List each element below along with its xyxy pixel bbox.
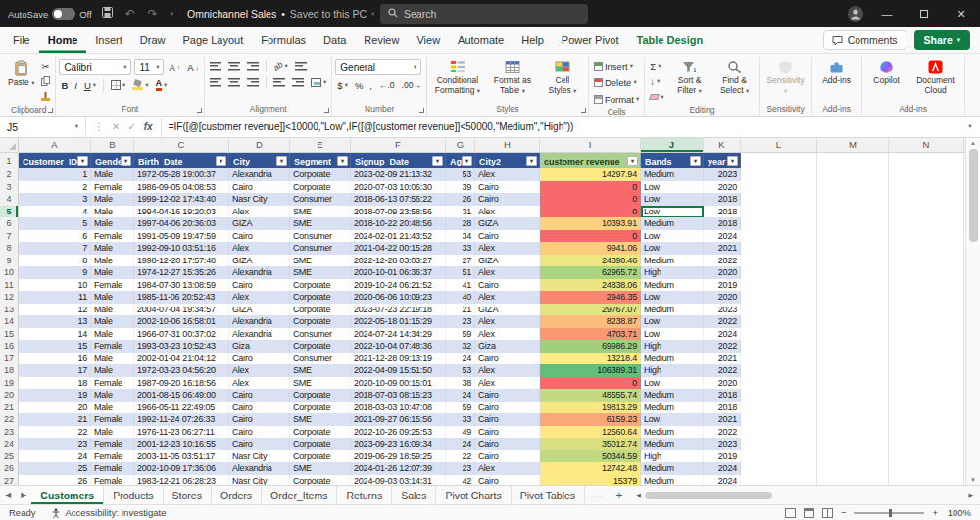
cell[interactable]: Low (641, 193, 704, 207)
revenue-cell[interactable]: 0 (540, 193, 641, 207)
cell[interactable]: 2020 (704, 266, 741, 280)
empty-cell[interactable] (817, 153, 889, 169)
cell[interactable]: Male (91, 266, 134, 280)
font-size-select[interactable]: 11▾ (134, 59, 164, 75)
formula-input[interactable]: =IF([@[customer revenue]]<10000,"Low",IF… (162, 117, 960, 137)
cell[interactable]: High (641, 364, 704, 378)
empty-cell[interactable] (817, 402, 889, 415)
wrap-text-button[interactable] (293, 59, 309, 72)
cell[interactable]: Giza (229, 340, 290, 354)
cell[interactable]: 11 (19, 291, 91, 305)
cell[interactable]: 9 (19, 266, 91, 280)
empty-cell[interactable] (889, 255, 964, 268)
decrease-decimal-button[interactable]: .00→ (400, 78, 423, 92)
autosave-toggle[interactable]: AutoSave Off (8, 8, 92, 20)
column-letter-J[interactable]: J (641, 138, 704, 152)
cell[interactable]: 32 (446, 340, 475, 354)
empty-cell[interactable] (817, 328, 889, 342)
cell[interactable]: Cairo (475, 193, 540, 207)
ribbon-tab-data[interactable]: Data (315, 27, 355, 53)
name-box[interactable]: J5▾ (0, 117, 86, 137)
cell[interactable]: 1992-09-10 03:51:16 (134, 242, 229, 256)
cell[interactable]: 1999-12-02 17:43:40 (134, 193, 229, 207)
cell[interactable]: 2021 (704, 242, 741, 256)
cell[interactable]: 2024-01-26 12:07:39 (351, 462, 446, 476)
sheet-tab-stores[interactable]: Stores (164, 486, 212, 504)
cell[interactable]: Cairo (229, 181, 290, 195)
grow-font-button[interactable]: A↑ (167, 61, 182, 74)
comma-style-button[interactable]: , (368, 78, 374, 92)
empty-cell[interactable] (817, 438, 889, 451)
cell[interactable]: Cairo (229, 413, 290, 427)
bold-button[interactable]: B (59, 78, 70, 92)
revenue-cell[interactable]: 12742.48 (540, 462, 641, 476)
row-number-3[interactable]: 3 (0, 181, 19, 195)
revenue-cell[interactable]: 14297.94 (540, 168, 641, 182)
empty-cell[interactable] (741, 304, 817, 317)
cell[interactable]: Alex (475, 462, 540, 476)
cell[interactable]: Corporate (290, 304, 351, 317)
cell[interactable]: 53 (446, 168, 475, 182)
ribbon-tab-insert[interactable]: Insert (86, 27, 131, 53)
cell[interactable]: Alexandria (229, 328, 290, 342)
revenue-cell[interactable]: 2946.35 (540, 291, 641, 305)
empty-cell[interactable] (889, 413, 964, 427)
dialog-launcher-icon[interactable] (197, 108, 202, 113)
empty-cell[interactable] (741, 279, 817, 293)
cell[interactable]: 2022 (704, 340, 741, 354)
cell[interactable]: Female (91, 450, 134, 464)
shrink-font-button[interactable]: A↓ (185, 61, 201, 74)
cell[interactable]: Alex (475, 364, 540, 378)
table-header-segment[interactable]: Segment▾ (290, 153, 351, 169)
cell[interactable]: Alex (229, 242, 290, 256)
cell[interactable]: 10 (19, 279, 91, 293)
cell[interactable]: 2018 (704, 402, 741, 415)
scroll-up-icon[interactable]: ▲ (970, 140, 976, 146)
empty-cell[interactable] (889, 353, 964, 366)
empty-cell[interactable] (741, 181, 817, 195)
cell[interactable]: 1985-11-06 20:52:43 (134, 291, 229, 305)
cell[interactable]: Alex (229, 291, 290, 305)
select-all-corner[interactable] (0, 138, 19, 152)
cell[interactable]: Male (91, 389, 134, 402)
accessibility-status[interactable]: Accessibility: Investigate (51, 507, 166, 518)
revenue-cell[interactable]: 0 (540, 377, 641, 391)
empty-cell[interactable] (817, 389, 889, 402)
bottom-align-button[interactable] (245, 59, 261, 72)
column-letter-F[interactable]: F (351, 138, 446, 152)
empty-cell[interactable] (889, 402, 964, 415)
cell[interactable]: 20 (19, 402, 91, 415)
cell[interactable]: Corporate (290, 168, 351, 182)
row-number-9[interactable]: 9 (0, 255, 19, 268)
cell[interactable]: 2023 (704, 168, 741, 182)
number-format-select[interactable]: General▾ (335, 59, 421, 75)
cell[interactable]: 59 (446, 328, 475, 342)
filter-icon[interactable]: ▾ (432, 156, 443, 166)
cell[interactable]: 1974-12-27 15:35:26 (134, 266, 229, 280)
normal-view-icon[interactable] (785, 508, 796, 518)
cell[interactable]: Medium (641, 255, 704, 268)
row-number-6[interactable]: 6 (0, 217, 19, 231)
sheet-tab-pivot-tables[interactable]: Pivot Tables (512, 486, 585, 504)
empty-cell[interactable] (817, 315, 889, 329)
percent-style-button[interactable]: % (353, 78, 365, 92)
enter-icon[interactable]: ✓ (127, 121, 135, 132)
sheet-tabs-more-button[interactable]: ⋯ (585, 486, 610, 504)
cell[interactable]: Low (641, 328, 704, 342)
empty-cell[interactable] (741, 438, 817, 451)
revenue-cell[interactable]: 12560.64 (540, 426, 641, 440)
document-title[interactable]: Omnichannel Sales • Saved to this PC ▾ (187, 8, 374, 20)
table-header-bands[interactable]: Bands▾ (641, 153, 704, 169)
revenue-cell[interactable]: 15379 (540, 475, 641, 486)
sheet-tab-orders[interactable]: Orders (212, 486, 262, 504)
formula-bar-expand-icon[interactable]: ▾ (960, 117, 980, 137)
cell[interactable]: 2021 (704, 353, 741, 366)
empty-cell[interactable] (889, 230, 964, 244)
cell[interactable]: SME (290, 462, 351, 476)
cell[interactable]: 2022-10-04 07:48:36 (351, 340, 446, 354)
row-number-11[interactable]: 11 (0, 279, 19, 293)
revenue-cell[interactable]: 4703.71 (540, 328, 641, 342)
cell[interactable]: 2020-07-03 10:06:30 (351, 181, 446, 195)
cell[interactable]: Female (91, 279, 134, 293)
cell[interactable]: 2022-10-26 09:25:53 (351, 426, 446, 440)
